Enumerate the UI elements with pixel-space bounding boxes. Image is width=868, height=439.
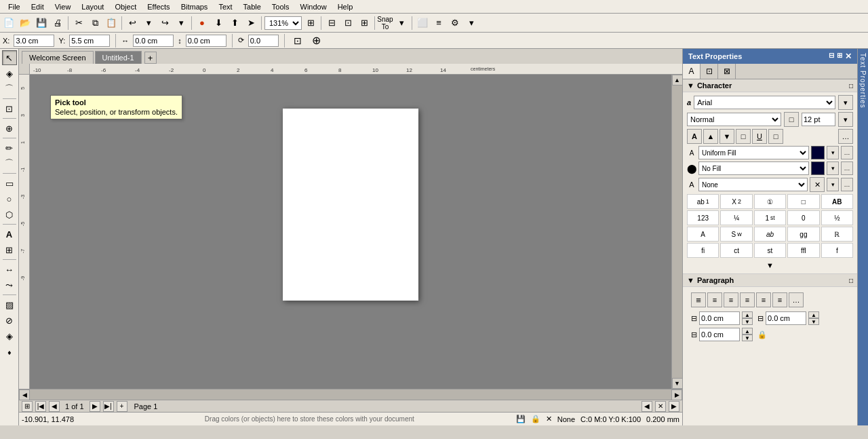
panel-tab-more[interactable]: ⊠ xyxy=(718,64,736,79)
more-char-btn[interactable]: … xyxy=(838,129,853,144)
undo-drop-btn[interactable]: ▾ xyxy=(141,16,156,31)
node-tool-btn[interactable]: ◈ xyxy=(2,66,17,81)
snap-page-btn[interactable]: ⊡ xyxy=(340,16,355,31)
glyph-123[interactable]: 123 xyxy=(687,210,719,225)
menu-file[interactable]: File xyxy=(3,1,26,12)
smart-fill-btn[interactable]: ⬧ xyxy=(2,344,17,359)
interactive-fill-btn[interactable]: ◈ xyxy=(2,328,17,343)
menu-object[interactable]: Object xyxy=(109,1,142,12)
polygon-tool-btn[interactable]: ⬡ xyxy=(2,207,17,222)
bg-color-more[interactable]: ▾ xyxy=(827,161,839,175)
panel-float-btn[interactable]: ⊞ xyxy=(837,52,842,61)
page-last-btn[interactable]: ▶| xyxy=(103,401,114,412)
options-btn[interactable]: ⚙ xyxy=(448,16,462,31)
rotation-input[interactable] xyxy=(248,35,279,47)
open-btn[interactable]: 📂 xyxy=(18,16,33,31)
nav-close-btn[interactable]: ✕ xyxy=(655,401,666,412)
menu-help[interactable]: Help xyxy=(332,1,359,12)
snap-grid-btn[interactable]: ⊞ xyxy=(357,16,372,31)
export-btn[interactable]: ⬆ xyxy=(227,16,242,31)
outline-x-btn[interactable]: ✕ xyxy=(810,177,825,192)
menu-edit[interactable]: Edit xyxy=(26,1,50,12)
canvas-workspace[interactable]: Pick tool Select, position, or transform… xyxy=(30,75,671,389)
page-first-btn[interactable]: |◀ xyxy=(35,401,46,412)
snap-to-btn[interactable]: Snap To xyxy=(378,16,393,31)
indent-left-dn[interactable]: ▼ xyxy=(742,318,753,325)
zoom-combo[interactable]: 131% 50% 75% 100% 150% 200% xyxy=(264,16,302,30)
zoom-full-btn[interactable]: ⊞ xyxy=(303,16,318,31)
glyph-fi[interactable]: fi xyxy=(687,243,719,258)
align-btn[interactable]: ≡ xyxy=(431,16,446,31)
glyph-quarter[interactable]: ¼ xyxy=(720,210,752,225)
menu-effects[interactable]: Effects xyxy=(142,1,175,12)
paragraph-section-header[interactable]: ▼ Paragraph □ xyxy=(683,273,857,287)
glyph-f[interactable]: f xyxy=(821,243,853,258)
bg-color-swatch[interactable] xyxy=(811,161,825,175)
add-tab-btn[interactable]: + xyxy=(144,52,157,64)
panel-close-btn[interactable]: ✕ xyxy=(845,52,852,61)
fill-type-select[interactable]: Uniform Fill No Fill xyxy=(698,146,809,159)
vscroll-up-btn[interactable]: ▲ xyxy=(672,75,683,85)
copy-btn[interactable]: ⧉ xyxy=(87,16,102,31)
save-btn[interactable]: 💾 xyxy=(34,16,49,31)
smooth-tool-btn[interactable]: ⌒ xyxy=(2,81,17,96)
align-center-btn[interactable]: ≡ xyxy=(707,292,722,307)
indent-left-input[interactable] xyxy=(699,311,740,325)
glyph-ffl[interactable]: ffl xyxy=(787,243,819,258)
pick-tool-btn[interactable]: ↖ xyxy=(2,50,17,65)
align-justify-btn[interactable]: ≡ xyxy=(740,292,755,307)
glyph-real[interactable]: ℝ xyxy=(821,227,853,242)
menu-view[interactable]: View xyxy=(50,1,77,12)
char-checkbox2[interactable]: □ xyxy=(768,129,783,144)
add-btn[interactable]: ⊕ xyxy=(309,33,324,48)
glyph-half[interactable]: ½ xyxy=(821,210,853,225)
outline-select[interactable]: None Hairline xyxy=(698,178,808,191)
glyph-ct[interactable]: ct xyxy=(720,243,752,258)
panel-tab-frame[interactable]: ⊡ xyxy=(701,64,718,79)
hscroll-left-btn[interactable]: ◀ xyxy=(19,389,30,400)
space-before-dn[interactable]: ▼ xyxy=(742,335,753,341)
table-tool-btn[interactable]: ⊞ xyxy=(2,242,17,257)
bg-options-btn[interactable]: … xyxy=(841,161,853,175)
ellipse-tool-btn[interactable]: ○ xyxy=(2,191,17,206)
welcome-screen-tab[interactable]: Welcome Screen xyxy=(22,51,94,64)
menu-window[interactable]: Window xyxy=(295,1,332,12)
menu-bitmaps[interactable]: Bitmaps xyxy=(176,1,214,12)
indent-right-up[interactable]: ▲ xyxy=(808,311,819,318)
glyph-A-alt[interactable]: A xyxy=(687,227,719,242)
glyph-ab-ital[interactable]: ab xyxy=(754,227,786,242)
crop-tool-btn[interactable]: ⊡ xyxy=(2,101,17,116)
add-page-btn[interactable]: + xyxy=(117,401,127,412)
rectangle-tool-btn[interactable]: ▭ xyxy=(2,176,17,191)
redo-btn[interactable]: ↪ xyxy=(157,16,172,31)
expand-more[interactable]: ▼ xyxy=(687,260,853,271)
align-right-btn[interactable]: ≡ xyxy=(724,292,738,307)
smart-draw-btn[interactable]: ⌒ xyxy=(2,156,17,171)
space-before-up[interactable]: ▲ xyxy=(742,328,753,335)
glyph-AB[interactable]: AB xyxy=(821,194,853,209)
glyph-checkbox1[interactable]: □ xyxy=(787,194,819,209)
menu-layout[interactable]: Layout xyxy=(76,1,109,12)
char-spinner-up[interactable]: ▲ xyxy=(703,129,718,144)
font-size-input[interactable] xyxy=(802,113,835,126)
glyph-ab1[interactable]: ab1 xyxy=(687,194,719,209)
menu-tools[interactable]: Tools xyxy=(267,1,295,12)
indent-right-input[interactable] xyxy=(766,311,806,325)
hscroll-track[interactable] xyxy=(30,389,671,400)
font-style-checkbox[interactable]: □ xyxy=(784,112,799,127)
transform-btn[interactable]: ⊡ xyxy=(290,33,305,48)
text-properties-side-tab[interactable]: Text Properties xyxy=(857,49,868,425)
font-name-select[interactable]: Arial xyxy=(694,96,835,109)
view-full-btn[interactable]: ⬜ xyxy=(415,16,430,31)
x-input[interactable] xyxy=(14,35,54,47)
text-tool-btn[interactable]: A xyxy=(2,227,17,242)
fill-color-more[interactable]: ▾ xyxy=(827,146,839,159)
snap-guide-btn[interactable]: ⊟ xyxy=(324,16,339,31)
page-prev-btn[interactable]: ◀ xyxy=(49,401,60,412)
fill-options-btn[interactable]: … xyxy=(841,146,853,159)
untitled1-tab[interactable]: Untitled-1 xyxy=(95,51,142,64)
align-more-btn[interactable]: … xyxy=(789,292,804,307)
glyph-S-alt[interactable]: Sw xyxy=(720,227,752,242)
y-input[interactable] xyxy=(69,35,110,47)
glyph-gg[interactable]: gg xyxy=(787,227,819,242)
